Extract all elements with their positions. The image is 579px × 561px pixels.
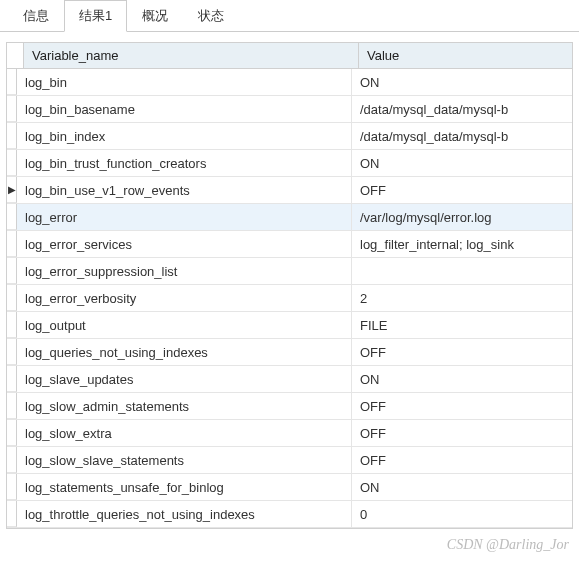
cell-value[interactable]: OFF (352, 420, 572, 446)
row-pointer-icon: ▶ (8, 176, 16, 203)
table-row[interactable]: log_outputFILE (7, 312, 572, 339)
row-gutter (7, 150, 17, 176)
cell-variable-name[interactable]: log_queries_not_using_indexes (17, 339, 352, 365)
row-gutter (7, 204, 17, 230)
grid-header: Variable_name Value (7, 43, 572, 69)
row-gutter (7, 123, 17, 149)
table-row[interactable]: log_statements_unsafe_for_binlogON (7, 474, 572, 501)
cell-value[interactable]: FILE (352, 312, 572, 338)
tab-status[interactable]: 状态 (183, 0, 239, 31)
table-row[interactable]: log_binON (7, 69, 572, 96)
cell-value[interactable]: OFF (352, 393, 572, 419)
cell-variable-name[interactable]: log_slow_admin_statements (17, 393, 352, 419)
tab-bar: 信息 结果1 概况 状态 (0, 0, 579, 32)
cell-variable-name[interactable]: log_bin_index (17, 123, 352, 149)
tab-info[interactable]: 信息 (8, 0, 64, 31)
cell-value[interactable] (352, 258, 572, 284)
tab-profile[interactable]: 概况 (127, 0, 183, 31)
cell-value[interactable]: /data/mysql_data/mysql-b (352, 96, 572, 122)
cell-variable-name[interactable]: log_bin_use_v1_row_events (17, 177, 352, 203)
table-row[interactable]: log_slow_admin_statementsOFF (7, 393, 572, 420)
grid-wrap: Variable_name Value log_binONlog_bin_bas… (0, 32, 579, 529)
table-row[interactable]: log_throttle_queries_not_using_indexes0 (7, 501, 572, 528)
cell-value[interactable]: 0 (352, 501, 572, 527)
grid-body: log_binONlog_bin_basename/data/mysql_dat… (7, 69, 572, 528)
row-gutter (7, 339, 17, 365)
table-row[interactable]: ▶log_bin_use_v1_row_eventsOFF (7, 177, 572, 204)
row-gutter (7, 285, 17, 311)
cell-value[interactable]: /data/mysql_data/mysql-b (352, 123, 572, 149)
header-gutter (7, 43, 24, 69)
table-row[interactable]: log_slow_slave_statementsOFF (7, 447, 572, 474)
table-row[interactable]: log_slow_extraOFF (7, 420, 572, 447)
tab-result1[interactable]: 结果1 (64, 0, 127, 32)
cell-value[interactable]: OFF (352, 339, 572, 365)
table-row[interactable]: log_error_suppression_list (7, 258, 572, 285)
cell-variable-name[interactable]: log_output (17, 312, 352, 338)
cell-variable-name[interactable]: log_error_verbosity (17, 285, 352, 311)
cell-value[interactable]: ON (352, 366, 572, 392)
cell-variable-name[interactable]: log_slave_updates (17, 366, 352, 392)
table-row[interactable]: log_bin_basename/data/mysql_data/mysql-b (7, 96, 572, 123)
row-gutter (7, 474, 17, 500)
cell-variable-name[interactable]: log_error_suppression_list (17, 258, 352, 284)
cell-value[interactable]: log_filter_internal; log_sink (352, 231, 572, 257)
row-gutter (7, 96, 17, 122)
row-gutter (7, 501, 17, 527)
watermark: CSDN @Darling_Jor (447, 537, 569, 553)
cell-value[interactable]: 2 (352, 285, 572, 311)
table-row[interactable]: log_error_serviceslog_filter_internal; l… (7, 231, 572, 258)
column-header-value[interactable]: Value (359, 43, 572, 69)
row-gutter (7, 366, 17, 392)
cell-value[interactable]: ON (352, 474, 572, 500)
cell-value[interactable]: ON (352, 150, 572, 176)
cell-variable-name[interactable]: log_bin_basename (17, 96, 352, 122)
table-row[interactable]: log_bin_index/data/mysql_data/mysql-b (7, 123, 572, 150)
cell-value[interactable]: OFF (352, 447, 572, 473)
row-gutter (7, 312, 17, 338)
row-gutter (7, 393, 17, 419)
cell-variable-name[interactable]: log_bin_trust_function_creators (17, 150, 352, 176)
cell-variable-name[interactable]: log_error (17, 204, 352, 230)
cell-variable-name[interactable]: log_slow_extra (17, 420, 352, 446)
cell-value[interactable]: ON (352, 69, 572, 95)
row-gutter (7, 69, 17, 95)
cell-variable-name[interactable]: log_slow_slave_statements (17, 447, 352, 473)
cell-variable-name[interactable]: log_bin (17, 69, 352, 95)
row-gutter (7, 447, 17, 473)
table-row[interactable]: log_queries_not_using_indexesOFF (7, 339, 572, 366)
table-row[interactable]: log_error/var/log/mysql/error.log (7, 204, 572, 231)
row-gutter (7, 420, 17, 446)
table-row[interactable]: log_slave_updatesON (7, 366, 572, 393)
cell-value[interactable]: OFF (352, 177, 572, 203)
cell-variable-name[interactable]: log_statements_unsafe_for_binlog (17, 474, 352, 500)
variables-grid: Variable_name Value log_binONlog_bin_bas… (6, 42, 573, 529)
cell-variable-name[interactable]: log_error_services (17, 231, 352, 257)
column-header-variable-name[interactable]: Variable_name (24, 43, 359, 69)
row-gutter: ▶ (7, 177, 17, 203)
cell-variable-name[interactable]: log_throttle_queries_not_using_indexes (17, 501, 352, 527)
cell-value[interactable]: /var/log/mysql/error.log (352, 204, 572, 230)
row-gutter (7, 258, 17, 284)
table-row[interactable]: log_bin_trust_function_creatorsON (7, 150, 572, 177)
row-gutter (7, 231, 17, 257)
table-row[interactable]: log_error_verbosity2 (7, 285, 572, 312)
